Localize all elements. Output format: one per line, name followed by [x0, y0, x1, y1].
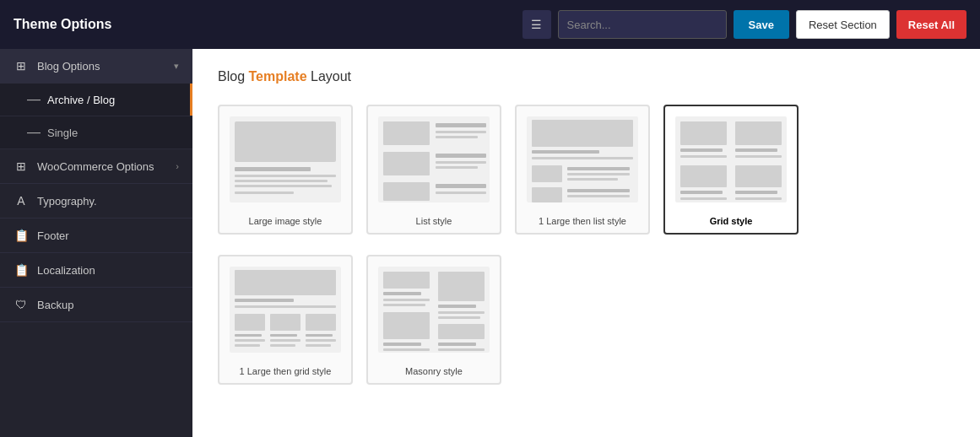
svg-rect-64 [383, 312, 430, 339]
reset-all-button[interactable]: Reset All [896, 10, 966, 39]
svg-rect-22 [532, 157, 633, 159]
dash-icon: — [27, 92, 41, 107]
svg-rect-73 [438, 348, 485, 351]
sidebar-item-woocommerce[interactable]: ⊞ WooCommerce Options › [0, 149, 192, 184]
svg-rect-41 [680, 197, 727, 200]
layout-options-row2: 1 Large then grid style [218, 255, 955, 385]
sidebar-item-label: Backup [37, 299, 73, 311]
svg-rect-40 [735, 191, 777, 194]
svg-rect-52 [306, 334, 333, 337]
sidebar-item-localization[interactable]: 📋 Localization [0, 253, 192, 288]
svg-rect-6 [235, 192, 294, 194]
sidebar-item-label: Blog Options [37, 60, 100, 73]
svg-rect-32 [735, 121, 782, 145]
svg-rect-53 [235, 339, 265, 342]
layout-large-then-list[interactable]: 1 Large then list style [515, 105, 650, 235]
section-title-suffix: Layout [311, 69, 351, 84]
svg-rect-58 [306, 344, 331, 347]
svg-rect-51 [270, 334, 297, 337]
svg-rect-38 [735, 165, 782, 187]
chevron-down-icon: ▾ [174, 61, 179, 72]
svg-rect-69 [438, 311, 485, 314]
svg-rect-8 [383, 121, 430, 145]
app-title: Theme Options [14, 17, 522, 32]
svg-rect-56 [235, 344, 260, 347]
sidebar-sub-item-label: Single [47, 127, 78, 139]
svg-rect-39 [680, 191, 723, 194]
layout-list-label: List style [375, 216, 493, 226]
active-indicator [190, 84, 192, 116]
woocommerce-icon: ⊞ [14, 159, 29, 173]
svg-rect-20 [532, 120, 633, 147]
sidebar-item-footer[interactable]: 📋 Footer [0, 218, 192, 253]
reset-section-button[interactable]: Reset Section [796, 10, 890, 39]
sidebar-item-typography[interactable]: A Typography. [0, 184, 192, 218]
svg-rect-42 [735, 197, 782, 200]
layout-masonry-label: Masonry style [375, 366, 493, 376]
sidebar-sub-menu: — Archive / Blog — Single [0, 84, 192, 149]
layout-large-then-grid[interactable]: 1 Large then grid style [218, 255, 353, 385]
main-content: Blog Template Layout Large image style [192, 49, 980, 437]
sidebar-item-archive-blog[interactable]: — Archive / Blog [0, 84, 192, 116]
search-input[interactable] [558, 10, 727, 39]
svg-rect-34 [735, 148, 777, 152]
menu-icon-button[interactable]: ☰ [522, 10, 551, 39]
layout-large-then-grid-label: 1 Large then grid style [226, 366, 344, 376]
svg-rect-16 [383, 182, 430, 201]
svg-rect-48 [270, 314, 300, 331]
svg-rect-50 [235, 334, 262, 337]
svg-rect-4 [235, 180, 328, 182]
svg-rect-29 [567, 195, 630, 197]
section-title: Blog Template Layout [218, 69, 955, 84]
svg-rect-36 [735, 155, 782, 158]
svg-rect-14 [436, 161, 486, 164]
svg-rect-31 [680, 121, 727, 145]
svg-rect-61 [383, 292, 421, 295]
sidebar-item-single[interactable]: — Single [0, 116, 192, 149]
svg-rect-13 [436, 154, 486, 158]
hamburger-icon: ☰ [531, 18, 542, 31]
svg-rect-63 [383, 304, 425, 306]
sidebar-item-blog-options[interactable]: ⊞ Blog Options ▾ [0, 49, 192, 84]
svg-rect-71 [438, 324, 485, 339]
svg-rect-49 [306, 314, 336, 331]
svg-rect-33 [680, 148, 723, 152]
svg-rect-60 [383, 272, 430, 289]
layout-masonry[interactable]: Masonry style [366, 255, 501, 385]
svg-rect-37 [680, 165, 727, 187]
masonry-preview [375, 263, 493, 356]
layout-large-image[interactable]: Large image style [218, 105, 353, 235]
svg-rect-66 [383, 348, 430, 351]
save-button[interactable]: Save [734, 10, 789, 39]
svg-rect-70 [438, 316, 480, 319]
sidebar-item-label: Localization [37, 264, 95, 277]
svg-rect-45 [235, 299, 294, 302]
svg-rect-27 [532, 187, 562, 202]
header-controls: ☰ Save Reset Section Reset All [522, 10, 966, 39]
svg-rect-18 [436, 192, 486, 194]
svg-rect-57 [270, 344, 295, 347]
svg-rect-9 [436, 123, 486, 127]
svg-rect-15 [436, 166, 478, 169]
svg-rect-72 [438, 343, 476, 346]
sidebar: ⊞ Blog Options ▾ — Archive / Blog — Sing… [0, 49, 192, 437]
svg-rect-44 [235, 270, 336, 295]
layout-large-then-list-label: 1 Large then list style [523, 216, 642, 226]
svg-rect-24 [567, 167, 630, 170]
svg-rect-28 [567, 189, 630, 192]
large-then-list-preview [523, 113, 642, 206]
svg-rect-68 [438, 305, 476, 308]
svg-rect-25 [567, 173, 630, 175]
layout-grid[interactable]: Grid style [663, 105, 799, 235]
svg-rect-23 [532, 165, 562, 182]
layout-large-image-label: Large image style [226, 216, 344, 226]
chevron-right-icon: › [176, 161, 179, 171]
layout-list[interactable]: List style [366, 105, 501, 235]
svg-rect-65 [383, 343, 421, 346]
svg-rect-67 [438, 272, 485, 301]
svg-rect-5 [235, 185, 332, 187]
sidebar-item-backup[interactable]: 🛡 Backup [0, 288, 192, 322]
blog-options-icon: ⊞ [14, 59, 29, 73]
svg-rect-2 [235, 167, 311, 171]
large-then-grid-preview [226, 263, 344, 356]
